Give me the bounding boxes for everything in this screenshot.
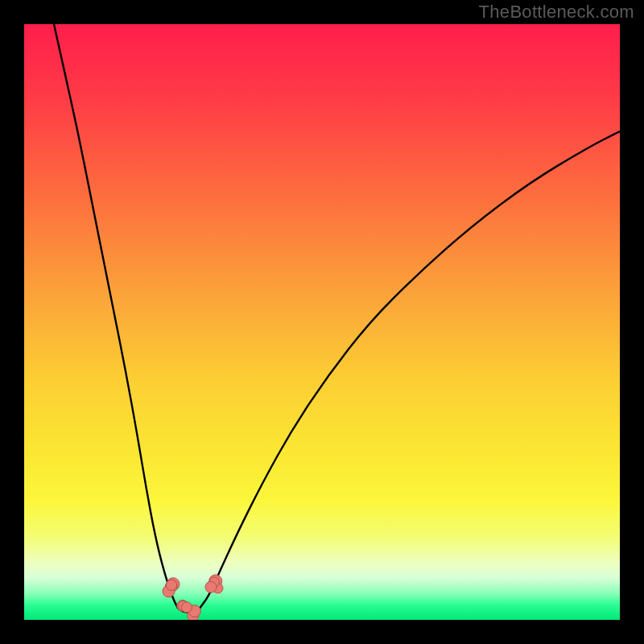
watermark-text: TheBottleneck.com bbox=[479, 2, 634, 23]
chart-frame: TheBottleneck.com bbox=[0, 0, 644, 644]
bottleneck-curve bbox=[54, 24, 620, 613]
data-point-clusters bbox=[163, 575, 223, 620]
data-dot bbox=[181, 602, 192, 613]
curve-layer bbox=[24, 24, 620, 620]
curve-bottleneck-curve-right bbox=[200, 131, 620, 608]
curve-bottleneck-curve-left bbox=[54, 24, 178, 608]
data-dot bbox=[205, 581, 217, 592]
data-dot bbox=[166, 580, 176, 590]
plot-area bbox=[24, 24, 620, 620]
